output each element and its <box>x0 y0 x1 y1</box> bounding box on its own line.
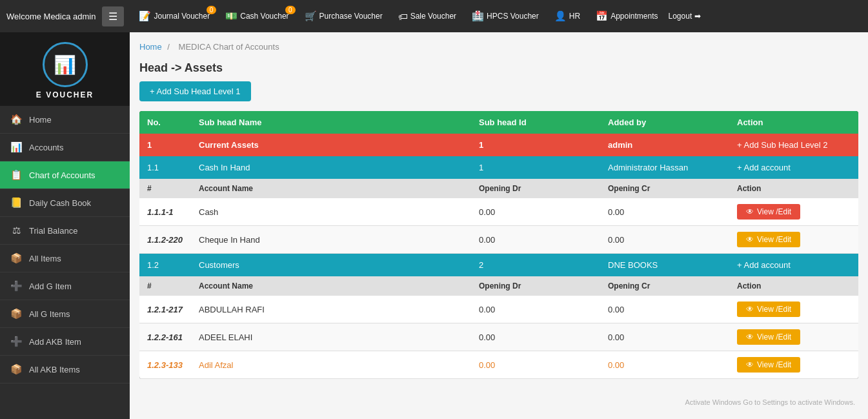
table-header: No. Sub head Name Sub head Id Added by A… <box>139 111 858 134</box>
cash-voucher-badge: 0 <box>285 6 296 14</box>
nav-purchase-voucher-label: Purchase Voucher <box>319 12 383 21</box>
acc-action-4: View /Edit <box>729 323 858 351</box>
l1-action: + Add Sub Head Level 2 <box>729 134 858 156</box>
breadcrumb-separator: / <box>167 42 170 52</box>
nav-hpcs-voucher[interactable]: 🏥 HPCS Voucher <box>467 7 544 25</box>
eye-icon-cheque <box>746 235 754 244</box>
hamburger-button[interactable]: ☰ <box>102 6 124 26</box>
sidebar-item-home[interactable]: 🏠 Home <box>0 106 130 134</box>
view-edit-adeel-button[interactable]: View /Edit <box>737 329 800 345</box>
sidebar-item-add-akb-label: Add AKB Item <box>29 337 81 347</box>
account-row-abdullah: 1.2.1-217 ABDULLAH RAFI 0.00 0.00 View /… <box>139 296 858 323</box>
sidebar-item-add-akb-item[interactable]: ➕ Add AKB Item <box>0 328 130 356</box>
account-row-cash: 1.1.1-1 Cash 0.00 0.00 View /Edit <box>139 198 858 226</box>
add-sub-head-level2-button[interactable]: + Add Sub Head Level 2 <box>737 140 828 150</box>
view-edit-adeel-label: View /Edit <box>757 332 791 342</box>
all-items-icon: 📦 <box>10 252 23 264</box>
add-account-cash-in-hand-button[interactable]: + Add account <box>737 163 791 172</box>
logout-button[interactable]: Logout ➡ <box>669 12 701 21</box>
nav-hr[interactable]: 👤 HR <box>549 7 585 25</box>
breadcrumb-home[interactable]: Home <box>139 42 162 52</box>
l2-2-action: + Add account <box>729 254 858 276</box>
nav-cash-voucher-label: Cash Voucher <box>240 12 288 21</box>
chart-of-accounts-icon: 📋 <box>10 169 23 181</box>
sidebar-item-all-g-items[interactable]: 📦 All G Items <box>0 300 130 328</box>
l2-2-name: Customers <box>191 254 471 276</box>
nav-sale-voucher-label: Sale Voucher <box>410 12 456 21</box>
sidebar-item-accounts-label: Accounts <box>29 143 63 152</box>
level2-row-cash-in-hand: 1.1 Cash In Hand 1 Administrator Hassan … <box>139 156 858 179</box>
eye-icon-adil <box>746 360 754 369</box>
acc-action-3: View /Edit <box>729 296 858 323</box>
sub-col-opening-cr: Opening Cr <box>600 179 729 198</box>
eye-icon-adeel <box>746 332 754 342</box>
sidebar-item-add-g-label: Add G Item <box>29 281 72 291</box>
view-edit-cheque-label: View /Edit <box>757 235 791 244</box>
sidebar-item-daily-cash-book[interactable]: 📒 Daily Cash Book <box>0 189 130 217</box>
acc-dr-5: 0.00 <box>471 351 600 378</box>
level2-row-customers: 1.2 Customers 2 DNE BOOKS + Add account <box>139 254 858 276</box>
view-edit-adil-label: View /Edit <box>757 360 791 369</box>
account-sub-header-1: # Account Name Opening Dr Opening Cr Act… <box>139 179 858 198</box>
nav-journal-voucher[interactable]: 📝 Journal Voucher 0 <box>134 7 215 25</box>
col-added-by: Added by <box>600 111 729 134</box>
acc-dr-1: 0.00 <box>471 198 600 225</box>
logo-circle: 📊 <box>43 42 88 87</box>
add-account-customers-button[interactable]: + Add account <box>737 260 791 270</box>
acc-cr-4: 0.00 <box>600 323 729 351</box>
cash-voucher-icon: 💵 <box>225 10 237 22</box>
sidebar-item-trial-balance[interactable]: ⚖ Trial Balance <box>0 217 130 245</box>
acc-no-3: 1.2.1-217 <box>139 296 191 323</box>
sidebar-item-accounts[interactable]: 📊 Accounts <box>0 134 130 161</box>
logo-text: E VOUCHER <box>36 90 94 99</box>
nav-sale-voucher[interactable]: 🏷 Sale Voucher <box>393 8 461 25</box>
l2-1-sub-id: 1 <box>471 156 600 179</box>
appointments-icon: 📅 <box>596 10 608 22</box>
acc-name-4: ADEEL ELAHI <box>191 323 471 351</box>
col-action: Action <box>729 111 858 134</box>
view-edit-adil-button[interactable]: View /Edit <box>737 357 800 373</box>
all-akb-items-icon: 📦 <box>10 363 23 375</box>
sub2-col-opening-cr: Opening Cr <box>600 276 729 296</box>
sidebar-logo: 📊 E VOUCHER <box>0 32 130 106</box>
sidebar-item-all-g-label: All G Items <box>29 309 70 319</box>
acc-dr-3: 0.00 <box>471 296 600 323</box>
sub-col-no: # <box>139 179 191 198</box>
view-edit-cash-button[interactable]: View /Edit <box>737 204 800 220</box>
nav-appointments[interactable]: 📅 Appointments <box>590 7 663 25</box>
welcome-text: Welcome Medica admin <box>6 12 96 21</box>
sale-voucher-icon: 🏷 <box>398 11 408 22</box>
sidebar-item-add-g-item[interactable]: ➕ Add G Item <box>0 272 130 300</box>
sidebar-menu: 🏠 Home 📊 Accounts 📋 Chart of Accounts 📒 … <box>0 106 130 419</box>
sub2-col-action: Action <box>729 276 858 296</box>
sidebar-item-chart-of-accounts[interactable]: 📋 Chart of Accounts <box>0 161 130 189</box>
accounts-icon: 📊 <box>10 141 23 153</box>
l1-sub-id: 1 <box>471 134 600 156</box>
account-row-adil: 1.2.3-133 Adil Afzal 0.00 0.00 View /Edi… <box>139 351 858 379</box>
breadcrumb: Home / MEDICA Chart of Accounts <box>139 42 858 52</box>
acc-dr-4: 0.00 <box>471 323 600 351</box>
view-edit-cheque-button[interactable]: View /Edit <box>737 232 800 247</box>
sidebar-item-all-akb-items[interactable]: 📦 All AKB Items <box>0 356 130 383</box>
add-sub-head-level1-button[interactable]: + Add Sub Head Level 1 <box>139 81 251 101</box>
acc-name-2: Cheque In Hand <box>191 226 471 253</box>
sub-col-action: Action <box>729 179 858 198</box>
view-edit-abdullah-button[interactable]: View /Edit <box>737 301 800 317</box>
nav-cash-voucher[interactable]: 💵 Cash Voucher 0 <box>220 7 294 25</box>
breadcrumb-current: MEDICA Chart of Accounts <box>179 42 279 52</box>
nav-items: 📝 Journal Voucher 0 💵 Cash Voucher 0 🛒 P… <box>134 7 862 25</box>
logout-icon: ➡ <box>694 12 701 21</box>
account-row-adeel: 1.2.2-161 ADEEL ELAHI 0.00 0.00 View /Ed… <box>139 323 858 351</box>
acc-name-5: Adil Afzal <box>191 351 471 378</box>
eye-icon-abdullah <box>746 305 754 314</box>
daily-cash-book-icon: 📒 <box>10 197 23 209</box>
l2-1-no: 1.1 <box>139 156 191 179</box>
nav-hpcs-voucher-label: HPCS Voucher <box>487 12 539 21</box>
sub2-col-opening-dr: Opening Dr <box>471 276 600 296</box>
nav-purchase-voucher[interactable]: 🛒 Purchase Voucher <box>299 7 388 25</box>
sidebar-item-all-items[interactable]: 📦 All Items <box>0 245 130 272</box>
accounts-table: No. Sub head Name Sub head Id Added by A… <box>139 111 858 379</box>
logout-label: Logout <box>669 12 692 21</box>
l2-2-added-by: DNE BOOKS <box>600 254 729 276</box>
sub-col-opening-dr: Opening Dr <box>471 179 600 198</box>
